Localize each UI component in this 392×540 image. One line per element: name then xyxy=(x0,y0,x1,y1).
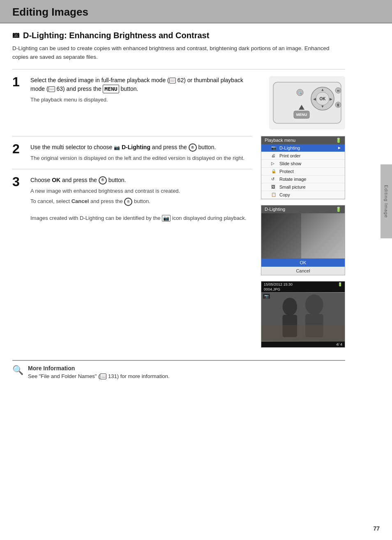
menu-copy-label: Copy xyxy=(279,192,290,197)
svg-text:⏯: ⏯ xyxy=(337,89,340,92)
page-container: Editing Images 📷︎ D-Lighting: Enhancing … xyxy=(0,0,392,540)
dlighting-battery-icon: 🔋 xyxy=(336,207,341,212)
step-2: 2 Use the multi selector to choose 📷 D-L… xyxy=(12,136,252,169)
step-3-body: Choose OK and press the ® button. A new … xyxy=(30,176,252,222)
svg-text:🗑: 🗑 xyxy=(337,103,340,107)
ref-63: 📖 xyxy=(48,86,55,92)
section-title: D-Lighting: Enhancing Brightness and Con… xyxy=(23,31,209,40)
menu-title-text: Playback menu xyxy=(265,138,295,143)
svg-point-19 xyxy=(282,298,297,316)
menu-dlighting-label: D-Lighting xyxy=(279,145,300,150)
dlighting-left-image xyxy=(261,213,301,258)
menu-battery-icon: 🔋 xyxy=(336,138,341,143)
side-tab: Editing Image xyxy=(380,164,392,238)
svg-text:MENU: MENU xyxy=(296,113,307,117)
menu-item-protect: 🔒 Protect xyxy=(261,168,345,175)
svg-text:◀: ◀ xyxy=(313,97,316,101)
dlighting-ok-option: OK xyxy=(261,258,345,267)
steps-2-3-container: 2 Use the multi selector to choose 📷 D-L… xyxy=(12,136,345,348)
header-bar: Editing Images xyxy=(0,0,392,23)
side-images: Playback menu 🔋 📷 D-Lighting ► 🖨 Print o… xyxy=(259,136,345,348)
step-3-note3: Images created with D-Lighting can be id… xyxy=(30,214,252,222)
step-1-body: Select the desired image in full-frame p… xyxy=(30,76,252,104)
main-content: 📷︎ D-Lighting: Enhancing Brightness and … xyxy=(0,23,357,388)
dlighting-icon: 📷︎ xyxy=(12,31,20,40)
photo-image-area: 📷 xyxy=(261,292,345,342)
menu-printorder-icon: 🖨 xyxy=(271,153,277,158)
menu-item-slideshow: ▷ Slide show xyxy=(261,160,345,168)
dlighting-right-image xyxy=(301,213,345,258)
dlighting-image-area xyxy=(261,213,345,258)
photo-counter: 4/ 4 xyxy=(336,342,342,346)
step-2-body: Use the multi selector to choose 📷 D-Lig… xyxy=(30,143,252,162)
svg-text:▼: ▼ xyxy=(321,104,325,108)
playback-menu-img: Playback menu 🔋 📷 D-Lighting ► 🖨 Print o… xyxy=(261,136,345,199)
ref-62: 📖 xyxy=(169,78,176,83)
menu-printorder-label: Print order xyxy=(279,153,300,158)
step-3-instruction: Choose OK and press the ® button. xyxy=(30,176,252,185)
dlighting-actions: OK Cancel xyxy=(261,258,345,275)
photo-timestamp: 15/05/2012 15:30 xyxy=(264,282,293,286)
step-3-note1: A new image with enhanced brightness and… xyxy=(30,187,252,195)
menu-item-rotate: ↺ Rotate image xyxy=(261,175,345,183)
section-intro: D-Lighting can be used to create copies … xyxy=(12,44,345,62)
menu-item-copy: 📋 Copy xyxy=(261,191,345,199)
svg-text:▶: ▶ xyxy=(330,97,332,101)
step-3-number: 3 xyxy=(12,174,24,189)
step-2-bold: D-Lighting xyxy=(122,144,150,150)
menu-slideshow-icon: ▷ xyxy=(271,161,277,166)
menu-rotate-icon: ↺ xyxy=(271,177,277,181)
dlighting-inline-icon: 📷 xyxy=(114,145,120,150)
photo-svg xyxy=(261,292,345,342)
menu-dlighting-arrow: ► xyxy=(337,145,341,150)
menu-title-bar: Playback menu 🔋 xyxy=(261,136,345,144)
more-info-text: See "File and Folder Names" (📖 131) for … xyxy=(28,373,170,380)
dlighting-badge-icon: 📷 xyxy=(162,215,171,222)
step-1-text: Select the desired image in full-frame p… xyxy=(30,77,243,92)
step-1: 1 Select the desired image in full-frame… xyxy=(12,69,345,136)
photo-dlighting-badge: 📷 xyxy=(263,294,270,299)
camera-buttons-svg: OK ▲ ▼ ◀ ▶ ⏯ 🗑 MENU xyxy=(269,76,345,129)
menu-dlighting-icon: 📷 xyxy=(271,145,277,150)
menu-smallpic-label: Small picture xyxy=(279,185,306,189)
svg-text:▲: ▲ xyxy=(321,88,325,92)
page-title: Editing Images xyxy=(12,6,88,18)
ok-button-ref-3: ® xyxy=(99,176,107,185)
cancel-label: Cancel xyxy=(71,198,89,204)
menu-item-printorder: 🖨 Print order xyxy=(261,152,345,160)
menu-slideshow-label: Slide show xyxy=(279,161,301,166)
dlighting-cancel-option: Cancel xyxy=(261,267,345,275)
more-info-icon: 🔍 xyxy=(12,365,24,376)
step-3-note2: To cancel, select Cancel and press the ®… xyxy=(30,197,252,206)
ok-button-ref-2: ® xyxy=(189,143,197,152)
photo-bottom-bar: 4/ 4 xyxy=(261,342,345,347)
step-1-image: OK ▲ ▼ ◀ ▶ ⏯ 🗑 MENU xyxy=(259,76,345,129)
playback-photo-img: 15/05/2012 15:30 🔋 0004.JPG 📷 xyxy=(261,281,345,348)
menu-item-dlighting: 📷 D-Lighting ► xyxy=(261,144,345,152)
more-info-title: More Information xyxy=(28,365,170,372)
ok-button-ref-cancel: ® xyxy=(124,198,132,206)
menu-item-smallpic: 🖼 Small picture xyxy=(261,183,345,191)
dlighting-title-text: D-Lighting xyxy=(265,207,285,212)
ref-131: 📖 xyxy=(100,374,106,379)
step-1-note: The playback menu is displayed. xyxy=(30,96,252,104)
more-info-content: More Information See "File and Folder Na… xyxy=(28,365,170,380)
photo-battery: 🔋 xyxy=(338,282,342,286)
menu-protect-icon: 🔒 xyxy=(271,169,277,173)
photo-filename: 0004.JPG xyxy=(261,287,345,292)
step-1-instruction: Select the desired image in full-frame p… xyxy=(30,76,252,94)
step-3: 3 Choose OK and press the ® button. A ne… xyxy=(12,169,252,229)
svg-text:OK: OK xyxy=(320,97,326,101)
dlighting-title-bar: D-Lighting 🔋 xyxy=(261,205,345,213)
dlighting-screen-img: D-Lighting 🔋 OK Cancel xyxy=(261,205,345,275)
svg-rect-23 xyxy=(261,325,345,342)
steps-2-3-text: 2 Use the multi selector to choose 📷 D-L… xyxy=(12,136,252,229)
menu-smallpic-icon: 🖼 xyxy=(271,185,277,189)
section-heading: 📷︎ D-Lighting: Enhancing Brightness and … xyxy=(12,31,345,40)
step-2-note: The original version is displayed on the… xyxy=(30,154,252,162)
photo-top-bar: 15/05/2012 15:30 🔋 xyxy=(261,282,345,287)
menu-rotate-label: Rotate image xyxy=(279,177,306,182)
svg-text:🔍: 🔍 xyxy=(298,91,302,95)
step-2-number: 2 xyxy=(12,141,24,157)
more-info-section: 🔍 More Information See "File and Folder … xyxy=(12,360,345,380)
